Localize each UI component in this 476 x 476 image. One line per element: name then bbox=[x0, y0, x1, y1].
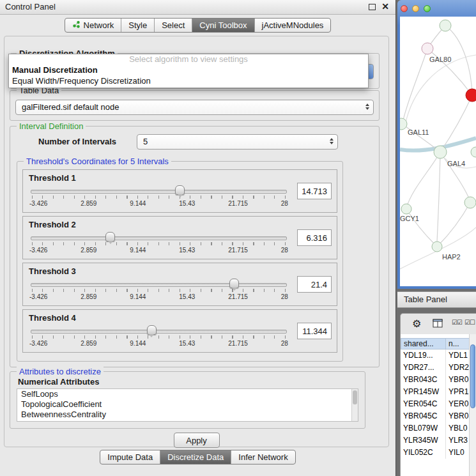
slider-thumb[interactable] bbox=[105, 232, 115, 242]
algorithm-placeholder: Select algorithm to view settings bbox=[9, 54, 368, 65]
tab-network-label: Network bbox=[84, 20, 114, 30]
chevron-up-down-icon bbox=[330, 138, 334, 144]
slider-track[interactable] bbox=[31, 236, 287, 240]
network-view-window: GAL80 GAL11 GAL4 GCY1 HAP2 bbox=[397, 0, 476, 289]
table-row[interactable]: YIL052C YIL0 bbox=[401, 447, 470, 459]
slider-ticks bbox=[32, 242, 286, 245]
network-node-gal4[interactable] bbox=[434, 146, 447, 158]
number-of-intervals-combobox[interactable]: 5 bbox=[137, 134, 338, 150]
control-panel-tabbar: Network Style Select Cyni Toolbox jActiv… bbox=[0, 14, 395, 36]
node-label-gcy1: GCY1 bbox=[400, 215, 419, 222]
slider-thumb[interactable] bbox=[175, 185, 185, 195]
list-item[interactable]: TopologicalCoefficient bbox=[17, 399, 358, 410]
columns-icon[interactable] bbox=[433, 319, 443, 330]
slider-thumb[interactable] bbox=[147, 325, 157, 335]
tab-cyni-toolbox[interactable]: Cyni Toolbox bbox=[192, 19, 254, 32]
table-row[interactable]: YBL079W YBL0 bbox=[401, 422, 470, 434]
attributes-group-title: Attributes to discretize bbox=[17, 367, 104, 376]
table-data-combobox-value: galFiltered.sif default node bbox=[22, 102, 119, 112]
mac-close-button[interactable] bbox=[401, 5, 408, 12]
threshold-1-panel: Threshold 1 -3.426 2.859 9.144 15.43 21.… bbox=[22, 169, 337, 213]
tab-infer-network[interactable]: Infer Network bbox=[231, 450, 295, 464]
network-node[interactable] bbox=[440, 20, 451, 31]
select-all-checkboxes-icon[interactable]: ☑☑ bbox=[452, 319, 462, 326]
threshold-2-slider[interactable]: -3.426 2.859 9.144 15.43 21.715 28 bbox=[29, 231, 288, 256]
algorithm-dropdown-popup: Select algorithm to view settings Manual… bbox=[8, 54, 369, 88]
table-header-row: shared... n... bbox=[401, 338, 470, 349]
network-node-selected-red[interactable] bbox=[466, 89, 476, 102]
table-data-combobox[interactable]: galFiltered.sif default node bbox=[15, 100, 374, 115]
table-panel-title: Table Panel bbox=[397, 292, 447, 304]
close-window-icon[interactable]: ✕ bbox=[381, 1, 389, 12]
threshold-4-label: Threshold 4 bbox=[29, 313, 76, 323]
bottom-tab-segment: Impute Data Discretize Data Infer Networ… bbox=[100, 450, 295, 464]
gear-icon[interactable]: ⚙ bbox=[412, 318, 421, 330]
threshold-4-slider[interactable]: -3.426 2.859 9.144 15.43 21.715 28 bbox=[29, 324, 288, 349]
list-item[interactable]: SelfLoops bbox=[17, 389, 358, 399]
slider-ticks bbox=[32, 289, 286, 292]
threshold-2-label: Threshold 2 bbox=[29, 220, 76, 229]
control-panel-titlebar: Control Panel ✕ bbox=[0, 0, 395, 15]
column-header-shared-name[interactable]: shared... bbox=[401, 338, 446, 349]
number-of-intervals-value: 5 bbox=[143, 137, 148, 146]
table-row[interactable]: YLR345W YLR3 bbox=[401, 434, 470, 447]
table-row[interactable]: YPR145W YPR1 bbox=[401, 386, 470, 398]
network-node-gal80[interactable] bbox=[422, 43, 433, 54]
interval-definition-group: Interval Definition Number of Intervals … bbox=[10, 126, 380, 367]
tab-style[interactable]: Style bbox=[121, 19, 154, 32]
network-icon bbox=[72, 20, 81, 30]
screen: Control Panel ✕ Network bbox=[0, 0, 476, 476]
tab-select[interactable]: Select bbox=[154, 19, 192, 32]
numerical-attributes-list[interactable]: SelfLoops TopologicalCoefficient Between… bbox=[17, 388, 358, 422]
mac-zoom-button[interactable] bbox=[424, 5, 431, 12]
table-row[interactable]: YBR045C YBR0 bbox=[401, 410, 470, 422]
network-node-hap2[interactable] bbox=[432, 242, 442, 252]
algorithm-option-equal-width[interactable]: Equal Width/Frequency Discretization bbox=[9, 75, 368, 86]
threshold-4-value-field[interactable]: 11.344 bbox=[297, 323, 332, 339]
threshold-1-value-field[interactable]: 14.713 bbox=[297, 183, 332, 199]
slider-scale: -3.426 2.859 9.144 15.43 21.715 28 bbox=[29, 293, 288, 300]
tab-discretize-data[interactable]: Discretize Data bbox=[160, 450, 231, 464]
numerical-attributes-label: Numerical Attributes bbox=[18, 377, 99, 387]
threshold-3-slider[interactable]: -3.426 2.859 9.144 15.43 21.715 28 bbox=[29, 277, 288, 303]
threshold-3-value-field[interactable]: 21.4 bbox=[297, 276, 332, 293]
table-vertical-scrollbar[interactable] bbox=[469, 334, 476, 476]
table-row[interactable]: YBR043C YBR0 bbox=[401, 374, 470, 386]
cyni-bottom-tabbar: Impute Data Discretize Data Infer Networ… bbox=[0, 450, 395, 464]
list-scrollbar[interactable] bbox=[351, 389, 358, 421]
control-panel-window: Control Panel ✕ Network bbox=[0, 0, 396, 476]
network-node[interactable] bbox=[471, 147, 476, 157]
list-item[interactable]: BetweennessCentrality bbox=[17, 410, 358, 420]
slider-track[interactable] bbox=[31, 330, 287, 334]
threshold-1-label: Threshold 1 bbox=[29, 173, 76, 183]
deselect-checkboxes-icon[interactable]: ☑☐ bbox=[464, 319, 475, 326]
tab-impute-data[interactable]: Impute Data bbox=[100, 450, 160, 464]
mac-minimize-button[interactable] bbox=[412, 5, 419, 12]
float-window-icon[interactable] bbox=[369, 4, 376, 10]
algorithm-option-manual[interactable]: Manual Discretization bbox=[9, 65, 368, 75]
table-toolbar: ⚙ ☑☑ ☑☐ bbox=[401, 314, 476, 335]
slider-thumb[interactable] bbox=[229, 279, 239, 288]
threshold-1-slider[interactable]: -3.426 2.859 9.144 15.43 21.715 28 bbox=[29, 184, 288, 210]
threshold-2-value-field[interactable]: 6.316 bbox=[297, 229, 332, 246]
table-row[interactable]: YDR27... YDR2 bbox=[401, 362, 470, 374]
table-row[interactable]: YDL19... YDL1 bbox=[401, 349, 470, 362]
apply-button[interactable]: Apply bbox=[174, 433, 220, 448]
slider-track[interactable] bbox=[31, 190, 287, 194]
column-header-name[interactable]: n... bbox=[446, 338, 470, 349]
table-scrollbar-thumb[interactable] bbox=[470, 344, 475, 408]
threshold-3-label: Threshold 3 bbox=[29, 266, 76, 276]
slider-ticks bbox=[32, 335, 286, 339]
list-scrollbar-thumb[interactable] bbox=[353, 390, 357, 404]
network-node[interactable] bbox=[464, 197, 476, 208]
table-row[interactable]: YER054C YER0 bbox=[401, 398, 470, 410]
attributes-group: Attributes to discretize Numerical Attri… bbox=[10, 371, 365, 429]
tab-network[interactable]: Network bbox=[65, 19, 121, 32]
tab-jactivemnodules[interactable]: jActiveMNodules bbox=[254, 19, 331, 32]
network-canvas[interactable]: GAL80 GAL11 GAL4 GCY1 HAP2 bbox=[400, 17, 476, 286]
threshold-3-panel: Threshold 3 -3.426 2.859 9.144 15.43 21.… bbox=[22, 263, 337, 306]
slider-track[interactable] bbox=[31, 283, 287, 287]
network-node-gcy1[interactable] bbox=[401, 204, 411, 214]
slider-scale: -3.426 2.859 9.144 15.43 21.715 28 bbox=[29, 340, 288, 347]
top-tab-segment: Network Style Select Cyni Toolbox jActiv… bbox=[65, 18, 332, 33]
